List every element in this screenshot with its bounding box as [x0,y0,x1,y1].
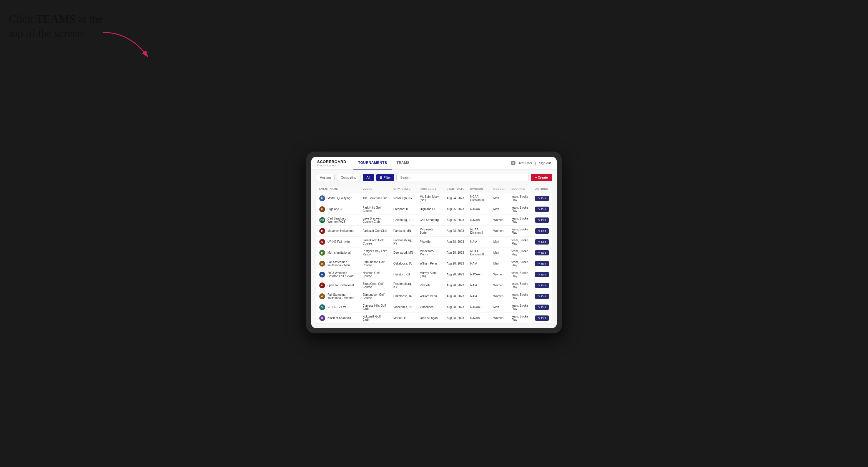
cell-gender: Men [491,193,509,204]
team-logo: M [319,250,325,256]
tab-tournaments[interactable]: TOURNAMENTS [353,157,392,170]
filter-toggle-btn[interactable]: ☰ Filter [376,174,394,181]
cell-city-state: Oskaloosa, IA [391,291,417,302]
cell-division: NAIA [467,291,490,302]
edit-button[interactable]: ✎ Edit [535,250,549,255]
cell-scoring: team, Stroke Play [508,291,532,302]
cell-actions: ✎ Edit [532,312,552,323]
cell-start-date: Aug 28, 2023 [444,280,468,291]
cell-hosted-by: Highland CC [417,204,444,215]
cell-actions: ✎ Edit [532,215,552,225]
cell-gender: Women [491,269,509,280]
edit-button[interactable]: ✎ Edit [535,305,549,310]
edit-button[interactable]: ✎ Edit [535,294,549,299]
cell-event-name: V VU PREVIEW [316,302,360,312]
cell-division: NCAA Division III [467,247,490,258]
cell-venue: StoneCrest Golf Course [360,236,391,247]
team-logo: H [319,272,325,278]
cell-hosted-by: Pikeville [417,280,444,291]
cell-scoring: team, Stroke Play [508,312,532,323]
cell-start-date: Aug 25, 2023 [444,204,468,215]
col-gender: GENDER [491,185,509,193]
cell-actions: ✎ Edit [532,291,552,302]
filter-bar: Hosting Competing All ☰ Filter + Create [316,174,552,181]
table-row: U upike fall invitational StoneCrest Gol… [316,280,552,291]
edit-button[interactable]: ✎ Edit [535,261,549,266]
table-row: M Morris Invitational Ruttger's Bay Lake… [316,247,552,258]
cell-event-name: U UPIKE Fall Invite [316,236,360,247]
event-name-text: Klash at Kokopelli [328,316,351,319]
edit-button[interactable]: ✎ Edit [535,196,549,201]
cell-scoring: team, Stroke Play [508,193,532,204]
cell-actions: ✎ Edit [532,280,552,291]
col-hosted-by: HOSTED BY [417,185,444,193]
competing-filter-btn[interactable]: Competing [337,174,360,181]
edit-button[interactable]: ✎ Edit [535,272,549,277]
cell-city-state: Deerwood, MN [391,247,417,258]
edit-button[interactable]: ✎ Edit [535,217,549,223]
search-box [396,174,528,181]
tab-teams[interactable]: TEAMS [392,157,414,170]
cell-division: NJCAA I [467,204,490,215]
cell-gender: Men [491,258,509,269]
cell-hosted-by: Mt. Saint Mary (NY) [417,193,444,204]
event-name-text: Maverick Invitational [328,229,354,232]
edit-button[interactable]: ✎ Edit [535,315,549,321]
all-filter-btn[interactable]: All [363,174,374,181]
cell-venue: Kokopelli Golf Club [360,312,391,323]
table-row: M MSMC Qualifying 1 The Powelton Club Ne… [316,193,552,204]
hosting-filter-btn[interactable]: Hosting [316,174,335,181]
cell-gender: Men [491,247,509,258]
event-name-text: Morris Invitational [328,251,350,254]
cell-division: NCAA Division III [467,193,490,204]
event-name-text: upike fall invitational [328,284,354,287]
cell-hosted-by: William Penn [417,258,444,269]
cell-event-name: W Fall Statesmen Invitational - Men [316,258,360,269]
cell-start-date: Aug 28, 2023 [444,258,468,269]
cell-gender: Women [491,280,509,291]
table-row: H Highland 36 Park Hills Golf Course Fre… [316,204,552,215]
cell-event-name: M Morris Invitational [316,247,360,258]
event-name-text: MSMC Qualifying 1 [328,196,353,200]
cell-venue: StoneCrest Golf Course [360,280,391,291]
cell-hosted-by: Vincennes [417,302,444,312]
cell-venue: The Powelton Club [360,193,391,204]
sign-out-link[interactable]: Sign out [539,161,551,165]
cell-scoring: team, Stroke Play [508,302,532,312]
cell-division: NJCAA II [467,269,490,280]
col-venue: VENUE [360,185,391,193]
edit-button[interactable]: ✎ Edit [535,207,549,212]
cell-actions: ✎ Edit [532,236,552,247]
nav-separator: | [535,161,536,165]
cell-gender: Women [491,312,509,323]
team-logo: W [319,293,325,299]
cell-start-date: Aug 28, 2023 [444,269,468,280]
search-input[interactable] [396,174,528,181]
user-name: Test User [519,161,532,165]
cell-city-state: Freeport, IL [391,204,417,215]
team-logo: K [319,315,325,321]
cell-actions: ✎ Edit [532,302,552,312]
cell-hosted-by: Murray State (OK) [417,269,444,280]
cell-venue: Park Hills Golf Course [360,204,391,215]
cell-event-name: H 2023 Women's Hesston Fall Kickoff [316,269,360,280]
cell-venue: Edmundson Golf Course [360,258,391,269]
cell-gender: Men [491,204,509,215]
cell-start-date: Aug 28, 2023 [444,225,468,236]
cell-hosted-by: Pikeville [417,236,444,247]
cell-hosted-by: John A Logan [417,312,444,323]
cell-gender: Women [491,225,509,236]
annotation-bold: TEAMS [36,13,75,25]
cell-city-state: Oskaloosa, IA [391,258,417,269]
cell-scoring: team, Stroke Play [508,236,532,247]
edit-button[interactable]: ✎ Edit [535,283,549,288]
create-button[interactable]: + Create [531,174,552,181]
cell-gender: Men [491,236,509,247]
edit-button[interactable]: ✎ Edit [535,239,549,245]
gear-icon[interactable]: ⚙ [511,161,516,165]
edit-button[interactable]: ✎ Edit [535,228,549,234]
nav-right: ⚙ Test User | Sign out [511,161,551,165]
cell-division: NJCAA I [467,312,490,323]
cell-actions: ✎ Edit [532,225,552,236]
team-logo: W [319,261,325,267]
